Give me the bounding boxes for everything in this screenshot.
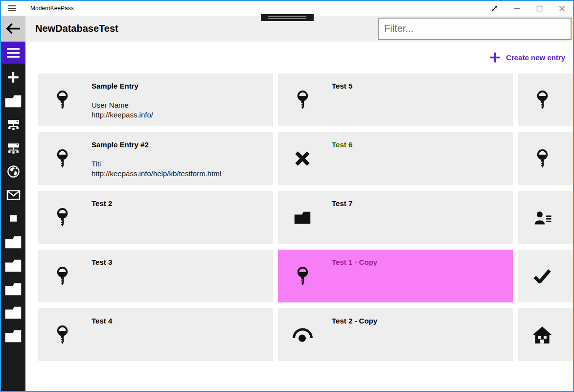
maximize-icon <box>536 5 543 12</box>
folder-icon <box>293 210 312 225</box>
create-new-entry-button[interactable]: Create new entry <box>489 52 565 63</box>
maximize-button[interactable] <box>528 1 551 16</box>
plus-icon <box>489 52 501 63</box>
folder-icon <box>4 258 23 273</box>
entry-title: Test 5 <box>332 81 513 91</box>
key-icon <box>56 265 69 287</box>
sidebar <box>1 42 25 391</box>
entry-details: User Namehttp://keepass.info/ <box>92 100 273 119</box>
filter-input[interactable] <box>378 18 572 40</box>
key-icon <box>296 265 309 287</box>
titlebar-menu-icon <box>8 5 16 11</box>
sidebar-item-12[interactable] <box>1 324 25 347</box>
key-icon <box>296 89 309 111</box>
check-icon <box>533 269 551 283</box>
sidebar-item-6[interactable] <box>1 183 25 207</box>
entry-card[interactable]: Test 1 - Copy <box>278 250 513 302</box>
page-title: NewDatabaseTest <box>35 23 118 34</box>
x-icon <box>294 150 311 167</box>
sidebar-item-9[interactable] <box>1 254 25 277</box>
sidebar-nav <box>1 64 25 347</box>
key-icon <box>56 206 69 229</box>
entry-title: Sample Entry #2 <box>92 140 273 150</box>
entry-card[interactable] <box>518 250 573 302</box>
nav-menu-button[interactable] <box>1 42 25 64</box>
main-content: Create new entry Sample EntryUser Nameht… <box>25 42 573 391</box>
entry-card[interactable]: Test 2 - Copy <box>278 308 513 361</box>
entry-detail-line: http://keepass.info/ <box>92 110 273 120</box>
folder-icon <box>4 234 23 249</box>
entry-detail-line: Titi <box>92 159 273 169</box>
entry-card[interactable]: Sample EntryUser Namehttp://keepass.info… <box>38 73 273 126</box>
entries-grid: Sample EntryUser Namehttp://keepass.info… <box>38 73 573 361</box>
command-bar: Create new entry <box>25 42 573 73</box>
entry-title: Test 3 <box>92 257 273 267</box>
entry-card[interactable] <box>518 132 573 185</box>
entry-title: Test 2 - Copy <box>332 316 513 326</box>
key-icon <box>56 89 69 111</box>
sidebar-item-1[interactable] <box>1 66 25 89</box>
fullscreen-button[interactable] <box>483 1 505 16</box>
back-arrow-icon <box>6 23 21 35</box>
key-icon <box>536 89 549 111</box>
entry-title: Test 4 <box>92 316 273 326</box>
globe-icon <box>7 165 20 178</box>
folder-icon <box>4 93 23 108</box>
close-button[interactable] <box>551 1 573 16</box>
sidebar-item-2[interactable] <box>1 89 25 113</box>
sidebar-item-7[interactable] <box>1 207 25 230</box>
minimize-button[interactable] <box>505 1 528 16</box>
contact-list-icon <box>533 210 551 225</box>
entry-title: Test 2 <box>92 199 273 208</box>
diagonal-resize-icon <box>491 5 498 12</box>
sidebar-item-4[interactable] <box>1 136 25 160</box>
titlebar-menu-button[interactable] <box>1 1 23 16</box>
entry-detail-line: User Name <box>92 100 273 110</box>
back-button[interactable] <box>1 16 25 42</box>
network-icon <box>7 118 20 131</box>
window-title: ModernKeePass <box>30 5 74 12</box>
window-controls <box>483 1 573 16</box>
folder-icon <box>4 281 23 296</box>
app-window: ModernKeePass NewDatabaseTest <box>0 0 574 392</box>
minimize-icon <box>514 5 520 12</box>
close-icon <box>559 5 565 12</box>
key-icon <box>56 323 69 346</box>
key-icon <box>56 147 69 170</box>
entry-card[interactable]: Test 6 <box>278 132 513 185</box>
entry-card[interactable] <box>518 191 573 244</box>
black-overlay-bar <box>261 14 314 21</box>
entry-detail-line: http://keepass.info/help/kb/testform.htm… <box>92 169 273 179</box>
sidebar-item-8[interactable] <box>1 230 25 254</box>
entry-card[interactable] <box>518 308 573 361</box>
create-new-entry-label: Create new entry <box>506 53 565 62</box>
entry-card[interactable] <box>518 73 573 126</box>
entry-details: Titihttp://keepass.info/help/kb/testform… <box>92 159 273 178</box>
square-icon <box>7 212 20 225</box>
entry-card[interactable]: Test 7 <box>278 191 513 244</box>
plus-icon <box>6 70 20 84</box>
network-icon <box>7 141 20 155</box>
titlebar: ModernKeePass <box>1 1 573 16</box>
folder-icon <box>4 328 23 343</box>
mail-icon <box>6 189 21 201</box>
key-icon <box>536 147 549 170</box>
entry-title: Test 7 <box>332 199 513 208</box>
entry-card[interactable]: Test 5 <box>278 73 513 126</box>
entry-title: Test 1 - Copy <box>332 257 513 267</box>
header: NewDatabaseTest <box>1 16 573 42</box>
sidebar-item-5[interactable] <box>1 160 25 183</box>
hamburger-icon <box>6 47 20 58</box>
entry-card[interactable]: Test 4 <box>38 308 273 361</box>
eye-icon <box>292 327 314 342</box>
entry-title: Test 6 <box>332 140 513 150</box>
entry-title: Sample Entry <box>92 81 273 91</box>
entry-card[interactable]: Test 2 <box>38 191 273 244</box>
folder-icon <box>4 305 23 320</box>
sidebar-item-10[interactable] <box>1 277 25 300</box>
entry-card[interactable]: Sample Entry #2Titihttp://keepass.info/h… <box>38 132 273 185</box>
entry-card[interactable]: Test 3 <box>38 250 273 302</box>
sidebar-item-3[interactable] <box>1 113 25 136</box>
sidebar-item-11[interactable] <box>1 300 25 324</box>
home-icon <box>532 325 552 345</box>
